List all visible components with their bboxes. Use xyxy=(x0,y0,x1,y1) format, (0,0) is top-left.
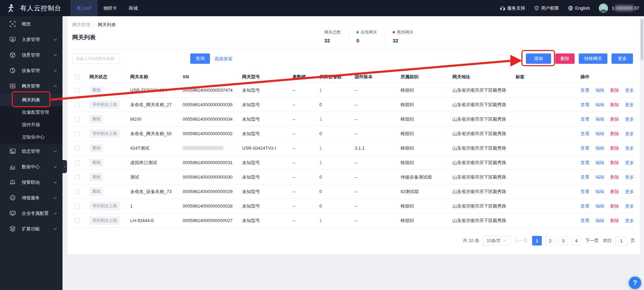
query-button[interactable]: 查询 xyxy=(190,53,210,64)
sidebar-item-gateway[interactable]: 网关管理 xyxy=(0,78,63,94)
view-link[interactable]: 查看 xyxy=(580,203,589,209)
linked-devices-count[interactable]: 0 xyxy=(319,189,322,194)
row-checkbox[interactable] xyxy=(75,131,80,136)
delete-link[interactable]: 删除 xyxy=(610,131,619,137)
tab-mall[interactable]: 商城 xyxy=(123,0,144,16)
next-page-button[interactable]: 下一页 xyxy=(585,238,599,244)
sidebar-item-firmware-upgrade[interactable]: 固件升级 xyxy=(0,119,63,131)
view-link[interactable]: 查看 xyxy=(580,160,589,166)
view-link[interactable]: 查看 xyxy=(580,102,589,108)
sidebar-item-scada[interactable]: 组态管理 xyxy=(0,143,63,159)
more-link[interactable]: 更多 xyxy=(625,102,634,108)
linked-devices-count[interactable]: 0 xyxy=(319,174,322,180)
service-support-link[interactable]: 服务支持 xyxy=(500,5,525,11)
search-input[interactable] xyxy=(72,53,120,64)
edit-link[interactable]: 编辑 xyxy=(595,145,604,151)
edit-link[interactable]: 编辑 xyxy=(595,218,604,224)
row-checkbox[interactable] xyxy=(75,146,80,151)
user-avatar[interactable] xyxy=(599,3,608,13)
sidebar-item-overview[interactable]: 概览 xyxy=(0,16,63,32)
delete-button[interactable]: 删除 xyxy=(555,53,575,64)
add-button[interactable]: 添加 xyxy=(526,53,551,64)
more-link[interactable]: 更多 xyxy=(625,116,634,122)
delete-link[interactable]: 删除 xyxy=(610,203,619,209)
edit-link[interactable]: 编辑 xyxy=(595,87,604,93)
help-button[interactable]: ? xyxy=(629,277,641,289)
more-link[interactable]: 更多 xyxy=(625,189,634,195)
delete-link[interactable]: 删除 xyxy=(610,189,619,195)
more-link[interactable]: 更多 xyxy=(625,218,634,224)
row-checkbox[interactable] xyxy=(75,175,80,180)
row-checkbox[interactable] xyxy=(75,189,80,194)
delete-link[interactable]: 删除 xyxy=(610,87,619,93)
row-checkbox[interactable] xyxy=(75,102,80,107)
advanced-search-link[interactable]: 高级搜索 xyxy=(214,56,232,62)
delete-link[interactable]: 删除 xyxy=(610,160,619,166)
row-checkbox[interactable] xyxy=(75,88,80,93)
select-all-checkbox[interactable] xyxy=(75,74,80,79)
sidebar-item-device[interactable]: 设备管理 xyxy=(0,63,63,78)
delete-link[interactable]: 删除 xyxy=(610,102,619,108)
sidebar-item-customization-center[interactable]: 定制化中心 xyxy=(0,131,63,143)
sidebar-item-vas[interactable]: 增值服务 xyxy=(0,190,63,206)
edit-link[interactable]: 编辑 xyxy=(595,189,604,195)
view-link[interactable]: 查看 xyxy=(580,189,589,195)
linked-devices-count[interactable]: 0 xyxy=(319,102,322,107)
edit-link[interactable]: 编辑 xyxy=(595,203,604,209)
linked-devices-count[interactable]: 1 xyxy=(319,146,322,151)
sidebar-item-scene[interactable]: 场景管理 xyxy=(0,47,63,63)
sidebar-item-enterprise[interactable]: 企业专属配置 xyxy=(0,206,63,221)
language-switch[interactable]: English xyxy=(568,6,590,11)
edit-link[interactable]: 编辑 xyxy=(595,174,604,180)
sidebar-item-datacenter[interactable]: 数据中心 xyxy=(0,159,63,174)
view-link[interactable]: 查看 xyxy=(580,218,589,224)
transfer-gateway-button[interactable]: 转移网关 xyxy=(579,53,607,64)
more-link[interactable]: 更多 xyxy=(625,145,634,151)
view-link[interactable]: 查看 xyxy=(580,116,589,122)
delete-link[interactable]: 删除 xyxy=(610,145,619,151)
sidebar-collapse-handle[interactable]: ‹ xyxy=(63,160,67,173)
linked-devices-count[interactable]: 0 xyxy=(319,131,322,136)
row-checkbox[interactable] xyxy=(75,160,80,165)
edit-link[interactable]: 编辑 xyxy=(595,131,604,137)
delete-link[interactable]: 删除 xyxy=(610,116,619,122)
page-button-1[interactable]: 1 xyxy=(532,236,542,246)
breadcrumb-parent[interactable]: 网关管理 xyxy=(72,22,90,28)
page-button-3[interactable]: 3 xyxy=(558,236,568,246)
goto-page-input[interactable] xyxy=(615,236,627,246)
sidebar-item-alarm[interactable]: 报警联动 xyxy=(0,174,63,190)
more-link[interactable]: 更多 xyxy=(625,87,634,93)
sidebar-item-batch-config[interactable]: 批量配置管理 xyxy=(0,106,63,119)
more-button[interactable]: 更多 xyxy=(612,53,633,64)
linked-devices-count[interactable]: 1 xyxy=(319,88,322,93)
tab-usr-iot[interactable]: 有人IoT xyxy=(70,0,98,16)
page-button-2[interactable]: 2 xyxy=(545,236,555,246)
page-size-select[interactable]: 10条/页 xyxy=(483,236,510,246)
view-link[interactable]: 查看 xyxy=(580,174,589,180)
view-link[interactable]: 查看 xyxy=(580,87,589,93)
prev-page-button[interactable]: 上一页 xyxy=(515,238,528,244)
more-link[interactable]: 更多 xyxy=(625,174,634,180)
user-phone[interactable]: 137 xyxy=(612,6,639,11)
linked-devices-count[interactable]: 1 xyxy=(319,160,322,165)
row-checkbox[interactable] xyxy=(75,218,80,223)
delete-link[interactable]: 删除 xyxy=(610,218,619,224)
scrollbar-thumb[interactable] xyxy=(641,19,643,60)
linked-devices-count[interactable]: 1 xyxy=(319,117,322,122)
edit-link[interactable]: 编辑 xyxy=(595,102,604,108)
delete-link[interactable]: 删除 xyxy=(610,174,619,180)
user-permission-link[interactable]: 用户权限 xyxy=(534,5,559,11)
sidebar-item-extension[interactable]: 扩展功能 xyxy=(0,221,63,237)
sidebar-item-bigscreen[interactable]: 大屏管理 xyxy=(0,32,63,47)
more-link[interactable]: 更多 xyxy=(625,131,634,137)
view-link[interactable]: 查看 xyxy=(580,145,589,151)
more-link[interactable]: 更多 xyxy=(625,160,634,166)
sidebar-item-gateway-list[interactable]: 网关列表 xyxy=(0,94,63,106)
edit-link[interactable]: 编辑 xyxy=(595,160,604,166)
row-checkbox[interactable] xyxy=(75,117,80,122)
more-link[interactable]: 更多 xyxy=(625,203,634,209)
page-scrollbar[interactable] xyxy=(640,16,644,290)
linked-devices-count[interactable]: 1 xyxy=(319,218,322,223)
row-checkbox[interactable] xyxy=(75,204,80,209)
view-link[interactable]: 查看 xyxy=(580,131,589,137)
